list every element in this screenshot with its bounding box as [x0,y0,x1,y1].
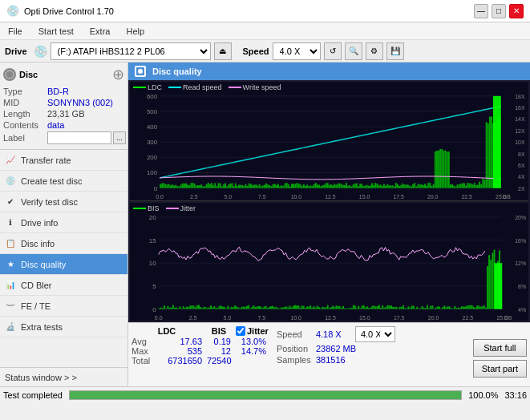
svg-rect-162 [368,186,370,188]
svg-rect-284 [184,308,186,309]
svg-rect-419 [416,306,418,309]
save-button[interactable]: 💾 [386,42,404,60]
svg-rect-63 [199,185,200,188]
stats-table: LDC Avg 17.63 Max 535 Total 6731650 [131,326,527,383]
start-part-button[interactable]: Start part [473,360,527,378]
menu-help[interactable]: Help [121,25,149,38]
read-speed-legend: Read speed [168,83,222,91]
charts-container: LDC Read speed Write speed 0100200300400… [128,80,530,322]
speed-stat-label: Speed [277,329,313,339]
drive-label: Drive [5,46,27,56]
svg-rect-167 [376,184,378,188]
svg-rect-194 [423,185,424,188]
svg-rect-469 [494,263,502,309]
start-full-button[interactable]: Start full [473,339,527,357]
eject-button[interactable]: ⏏ [214,42,232,60]
svg-rect-42 [163,184,164,188]
svg-rect-302 [215,307,216,309]
svg-rect-317 [241,307,243,309]
sidebar-item-create-test-disc[interactable]: 💿 Create test disc [0,171,127,192]
sidebar-item-drive-info[interactable]: ℹ Drive info [0,212,127,233]
refresh-button[interactable]: ↺ [324,42,342,60]
drive-select[interactable]: (F:) ATAPI iHBS112 2 PL06 [51,42,211,60]
svg-rect-391 [368,307,370,309]
minimize-button[interactable]: — [474,4,488,18]
svg-rect-50 [176,186,178,188]
menu-start-test[interactable]: Start test [34,25,79,38]
svg-rect-89 [243,186,245,188]
speed-select[interactable]: 4.0 X [273,42,321,60]
svg-rect-371 [334,307,335,309]
svg-rect-73 [216,186,217,188]
sidebar-item-transfer-rate[interactable]: 📈 Transfer rate [0,150,127,171]
svg-rect-287 [189,305,191,309]
disc-expand-icon[interactable]: ⊕ [112,66,124,83]
svg-rect-279 [176,307,177,309]
sidebar-item-disc-info[interactable]: 📋 Disc info [0,233,127,254]
svg-rect-41 [161,183,163,188]
menu-file[interactable]: File [3,25,27,38]
svg-rect-64 [200,184,202,188]
label-input[interactable] [47,131,111,144]
svg-rect-190 [415,186,417,188]
menu-extra[interactable]: Extra [85,25,115,38]
svg-rect-397 [378,305,380,309]
svg-rect-234 [491,116,492,188]
svg-rect-445 [461,306,463,309]
svg-rect-140 [330,184,332,188]
jitter-checkbox[interactable] [236,326,245,336]
ldc-avg-row: Avg 17.63 [131,337,202,346]
maximize-button[interactable]: □ [492,4,506,18]
svg-rect-334 [270,306,272,309]
label-browse-button[interactable]: ... [113,131,126,144]
ldc-total-row: Total 6731650 [131,356,202,365]
svg-rect-330 [263,306,265,309]
svg-rect-66 [204,186,205,188]
svg-rect-341 [282,307,284,309]
sidebar-item-extra-tests-label: Extra tests [21,322,63,332]
scan-button[interactable]: 🔍 [345,42,362,60]
svg-rect-337 [275,306,277,309]
svg-rect-145 [339,184,341,188]
svg-rect-438 [449,306,451,309]
svg-rect-95 [253,184,255,188]
svg-rect-106 [273,184,274,188]
svg-rect-156 [358,186,359,188]
svg-text:300: 300 [147,139,158,146]
sidebar-item-extra-tests[interactable]: 🔬 Extra tests [0,317,127,337]
svg-text:20: 20 [149,213,156,220]
statusbar: Test completed 100.0% 33:16 [0,386,530,402]
svg-rect-380 [350,307,351,309]
status-window-link[interactable]: Status window > > [0,367,127,386]
jitter-avg-row: 13.0% [236,337,269,346]
bis-header: BIS [207,326,231,336]
svg-rect-392 [370,307,371,309]
sidebar-item-cd-bler[interactable]: 📊 CD Bler [0,275,127,296]
svg-rect-273 [165,308,167,309]
svg-rect-179 [397,184,399,188]
sidebar-item-disc-quality[interactable]: ★ Disc quality [0,254,127,275]
svg-rect-427 [430,305,431,309]
svg-rect-152 [351,187,353,188]
svg-rect-319 [245,307,246,309]
jitter-stats: Jitter 13.0% 14.7% [236,326,269,369]
sidebar-item-fe-te[interactable]: 〰 FE / TE [0,296,127,317]
svg-rect-134 [320,186,322,188]
svg-rect-303 [217,307,219,309]
svg-rect-215 [459,184,460,188]
svg-rect-456 [479,306,481,309]
svg-rect-207 [445,151,447,188]
disc-header: Disc ⊕ [3,66,124,83]
jitter-max-row: 14.7% [236,346,269,356]
svg-rect-84 [235,184,237,188]
lower-chart-svg: 051015200.02.55.07.510.012.515.017.520.0… [130,203,528,321]
speed-stat-select[interactable]: 4.0 X [355,326,395,342]
settings-button[interactable]: ⚙ [366,42,383,60]
svg-rect-420 [418,308,419,309]
svg-rect-67 [206,184,208,188]
disc-quality-icon: ★ [5,259,16,270]
close-button[interactable]: ✕ [509,4,524,18]
sidebar-item-verify-test-disc[interactable]: ✔ Verify test disc [0,192,127,212]
svg-rect-368 [329,308,330,309]
jitter-total-row [236,356,269,369]
